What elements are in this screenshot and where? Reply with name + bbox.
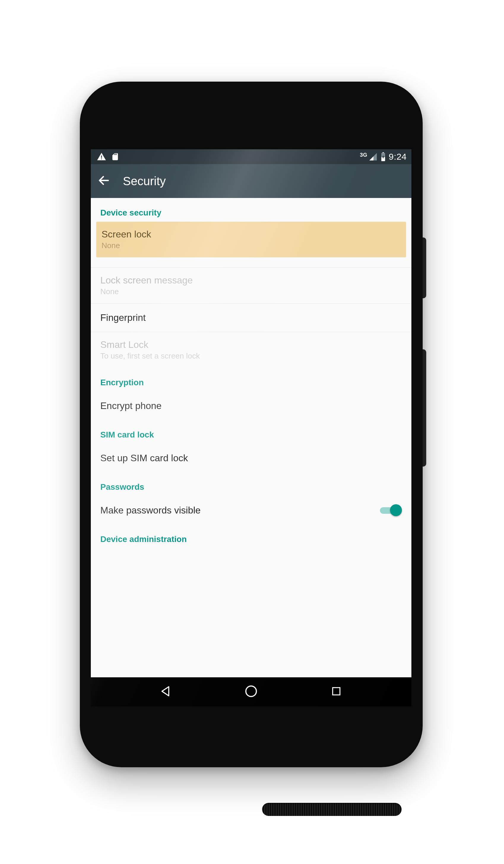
status-bar: 3G 9:24 — [91, 149, 411, 164]
nav-recents-icon — [330, 685, 343, 699]
setting-smart-lock: Smart Lock To use, first set a screen lo… — [91, 332, 411, 368]
nav-home-icon — [244, 684, 259, 700]
bottom-speaker — [262, 803, 401, 816]
setting-value: To use, first set a screen lock — [100, 351, 200, 361]
setting-title: Encrypt phone — [100, 400, 161, 411]
sd-card-icon — [111, 152, 119, 161]
svg-point-9 — [246, 686, 256, 696]
status-bar-right: 3G 9:24 — [360, 152, 407, 162]
passwords-visible-switch[interactable] — [380, 504, 402, 517]
device-screen: 3G 9:24 Security Device security — [91, 149, 411, 706]
setting-screen-lock[interactable]: Screen lock None — [96, 222, 406, 257]
svg-rect-1 — [101, 158, 102, 159]
status-bar-clock: 9:24 — [389, 152, 407, 162]
nav-back-button[interactable] — [156, 682, 176, 702]
nav-recents-button[interactable] — [326, 682, 347, 702]
warning-icon — [97, 152, 106, 161]
setting-encrypt-phone[interactable]: Encrypt phone — [91, 392, 411, 420]
setting-setup-sim-lock[interactable]: Set up SIM card lock — [91, 444, 411, 472]
switch-thumb — [390, 504, 402, 516]
signal-icon — [369, 152, 377, 161]
section-header-sim-card-lock: SIM card lock — [91, 420, 411, 444]
setting-value: None — [100, 287, 193, 296]
setting-title: Screen lock — [101, 229, 151, 240]
settings-list: Device security Screen lock None Lock sc… — [91, 198, 411, 553]
setting-title: Set up SIM card lock — [100, 453, 188, 464]
network-type-label: 3G — [360, 152, 368, 158]
app-bar-title: Security — [123, 175, 166, 188]
setting-title: Make passwords visible — [100, 505, 201, 516]
setting-title: Lock screen message — [100, 275, 193, 286]
section-header-device-administration: Device administration — [91, 525, 411, 553]
svg-rect-5 — [382, 152, 384, 153]
setting-fingerprint[interactable]: Fingerprint — [91, 303, 411, 332]
svg-rect-3 — [115, 154, 116, 155]
app-bar: Security — [91, 164, 411, 198]
section-header-encryption: Encryption — [91, 368, 411, 392]
page-canvas: 3G 9:24 Security Device security — [0, 0, 504, 864]
battery-icon — [381, 152, 386, 161]
svg-rect-10 — [333, 688, 340, 695]
nav-back-icon — [159, 684, 173, 699]
svg-rect-0 — [101, 156, 102, 158]
status-bar-left — [97, 152, 119, 161]
setting-lock-screen-message: Lock screen message None — [91, 268, 411, 303]
setting-title: Smart Lock — [100, 339, 200, 350]
nav-home-button[interactable] — [241, 682, 262, 702]
setting-title: Fingerprint — [100, 312, 146, 323]
setting-make-passwords-visible[interactable]: Make passwords visible — [91, 496, 411, 525]
section-header-device-security: Device security — [91, 198, 411, 222]
section-header-passwords: Passwords — [91, 472, 411, 496]
back-button[interactable] — [97, 174, 111, 188]
svg-rect-4 — [116, 154, 117, 155]
navigation-bar — [91, 677, 411, 706]
setting-value: None — [101, 241, 151, 250]
arrow-back-icon — [97, 174, 110, 188]
svg-rect-2 — [114, 154, 115, 155]
